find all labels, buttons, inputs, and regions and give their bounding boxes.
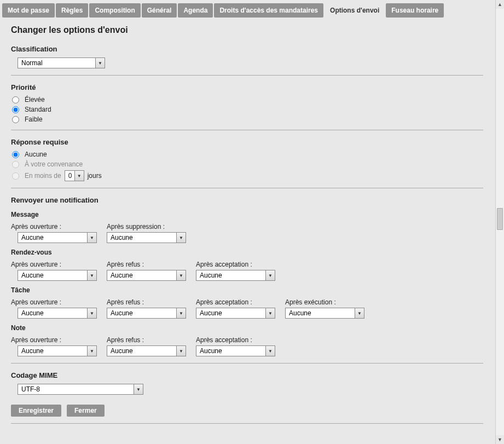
tab-composition[interactable]: Composition: [89, 3, 140, 18]
scroll-thumb[interactable]: [497, 208, 503, 230]
reponse-convenance-radio: [12, 161, 19, 168]
reponse-moins-de-label: En moins de: [25, 172, 61, 180]
message-suppression-label: Après suppression :: [107, 223, 186, 230]
dropdown-icon: ▼: [87, 346, 96, 356]
dropdown-icon: ▼: [176, 308, 186, 318]
tache-ouverture-select[interactable]: Aucune ▼: [18, 308, 97, 319]
dropdown-icon: ▼: [134, 384, 143, 394]
priorite-elevee-radio[interactable]: [12, 96, 19, 103]
tache-execution-label: Après exécution :: [285, 298, 364, 306]
dropdown-icon: ▼: [176, 346, 186, 356]
note-ouverture-select[interactable]: Aucune ▼: [18, 345, 97, 356]
message-ouverture-select[interactable]: Aucune ▼: [18, 232, 97, 243]
dropdown-icon: ▼: [265, 270, 275, 280]
reponse-aucune-radio[interactable]: [12, 151, 19, 158]
reponse-jours-value: 0: [65, 172, 74, 180]
separator: [11, 423, 483, 424]
tache-execution-select[interactable]: Aucune ▼: [285, 308, 364, 319]
tab-bar: Mot de passe Règles Composition Général …: [2, 3, 492, 18]
tache-refus-label: Après refus :: [107, 298, 186, 306]
reponse-aucune-label: Aucune: [25, 151, 47, 158]
dropdown-icon: ▼: [87, 308, 96, 318]
note-refus-label: Après refus :: [107, 336, 186, 344]
dropdown-icon: ▼: [176, 270, 186, 280]
tab-general[interactable]: Général: [142, 3, 177, 18]
mime-value: UTF-8: [18, 385, 134, 393]
mime-title: Codage MIME: [11, 371, 483, 379]
classification-select[interactable]: Normal ▼: [18, 57, 105, 68]
reponse-moins-de-radio: [12, 172, 19, 180]
tache-title: Tâche: [11, 286, 483, 294]
priorite-faible-label: Faible: [25, 116, 43, 123]
note-acceptation-label: Après acceptation :: [196, 336, 275, 344]
dropdown-icon: ▼: [95, 58, 105, 68]
tab-agenda[interactable]: Agenda: [178, 3, 213, 18]
enregistrer-button[interactable]: Enregistrer: [11, 405, 61, 417]
dropdown-icon: ▼: [355, 308, 364, 318]
dropdown-icon: ▼: [265, 308, 275, 318]
scrollbar[interactable]: ▲ ▼: [495, 0, 504, 444]
rdv-refus-select[interactable]: Aucune ▼: [107, 270, 186, 281]
priorite-elevee-label: Élevée: [25, 96, 45, 103]
classification-title: Classification: [11, 45, 483, 53]
page-title: Changer les options d'envoi: [11, 25, 483, 35]
dropdown-icon: ▼: [74, 171, 84, 181]
mime-select[interactable]: UTF-8 ▼: [18, 384, 143, 395]
note-acceptation-select[interactable]: Aucune ▼: [196, 345, 275, 356]
classification-value: Normal: [18, 59, 95, 67]
rdv-acceptation-select[interactable]: Aucune ▼: [196, 270, 275, 281]
reponse-jours-label: jours: [88, 172, 102, 180]
note-refus-select[interactable]: Aucune ▼: [107, 345, 186, 356]
priorite-faible-radio[interactable]: [12, 116, 19, 123]
reponse-jours-select[interactable]: 0 ▼: [65, 170, 84, 181]
tache-ouverture-label: Après ouverture :: [11, 298, 97, 306]
tab-droits-acces[interactable]: Droits d'accès des mandataires: [214, 3, 323, 18]
tab-mot-de-passe[interactable]: Mot de passe: [2, 3, 55, 18]
rendezvous-title: Rendez-vous: [11, 249, 483, 256]
message-title: Message: [11, 211, 483, 218]
dropdown-icon: ▼: [176, 233, 186, 243]
rdv-ouverture-select[interactable]: Aucune ▼: [18, 270, 97, 281]
separator: [11, 130, 483, 130]
separator: [11, 188, 483, 188]
rdv-refus-label: Après refus :: [107, 261, 186, 268]
priorite-standard-radio[interactable]: [12, 106, 19, 113]
note-title: Note: [11, 324, 483, 332]
scroll-up-icon[interactable]: ▲: [496, 0, 504, 9]
tache-refus-select[interactable]: Aucune ▼: [107, 308, 186, 319]
scroll-down-icon[interactable]: ▼: [496, 435, 504, 444]
priorite-title: Priorité: [11, 83, 483, 91]
dropdown-icon: ▼: [87, 233, 96, 243]
message-ouverture-label: Après ouverture :: [11, 223, 97, 230]
tab-fuseau-horaire[interactable]: Fuseau horaire: [386, 3, 444, 18]
renvoyer-title: Renvoyer une notification: [11, 196, 483, 204]
tab-regles[interactable]: Règles: [56, 3, 88, 18]
note-ouverture-label: Après ouverture :: [11, 336, 97, 344]
priorite-standard-label: Standard: [25, 106, 51, 113]
fermer-button[interactable]: Fermer: [67, 405, 105, 417]
reponse-title: Réponse requise: [11, 138, 483, 146]
dropdown-icon: ▼: [265, 346, 275, 356]
separator: [11, 363, 483, 364]
rdv-acceptation-label: Après acceptation :: [196, 261, 275, 268]
message-suppression-select[interactable]: Aucune ▼: [107, 232, 186, 243]
separator: [11, 75, 483, 76]
reponse-convenance-label: À votre convenance: [25, 160, 83, 168]
dropdown-icon: ▼: [87, 270, 96, 280]
rdv-ouverture-label: Après ouverture :: [11, 261, 97, 268]
tab-options-envoi[interactable]: Options d'envoi: [325, 3, 385, 18]
tache-acceptation-select[interactable]: Aucune ▼: [196, 308, 275, 319]
tache-acceptation-label: Après acceptation :: [196, 298, 275, 306]
